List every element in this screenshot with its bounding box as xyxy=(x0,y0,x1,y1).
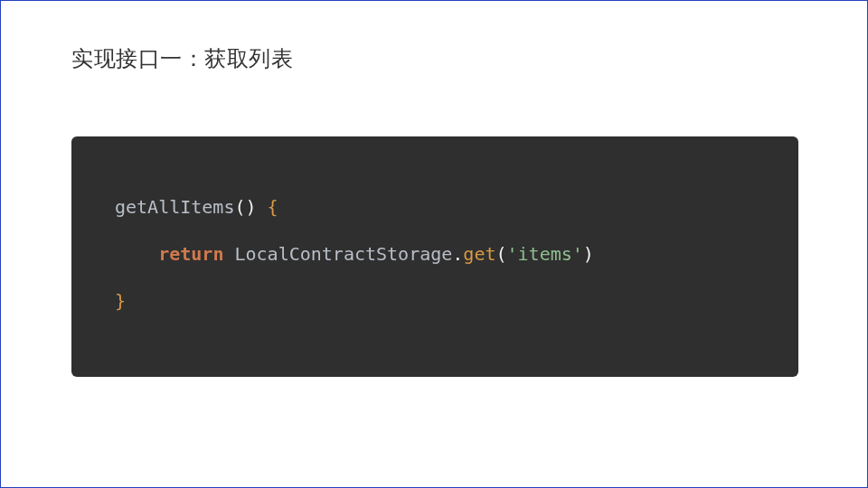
code-space xyxy=(257,196,268,218)
code-identifier: LocalContractStorage xyxy=(234,243,452,265)
code-string-literal: 'items' xyxy=(507,243,583,265)
code-dot: . xyxy=(452,243,463,265)
code-paren-close: ) xyxy=(583,243,594,265)
slide-title: 实现接口一：获取列表 xyxy=(71,44,293,73)
code-keyword-return: return xyxy=(158,243,223,265)
code-block: getAllItems() { return LocalContractStor… xyxy=(71,136,798,377)
code-paren-open: ( xyxy=(495,243,506,265)
code-method-name: getAllItems xyxy=(115,196,234,218)
code-brace-close: } xyxy=(115,290,126,312)
code-parens: () xyxy=(234,196,256,218)
code-brace-open: { xyxy=(268,196,278,218)
code-indent xyxy=(115,243,158,265)
code-space xyxy=(223,243,234,265)
code-method-call: get xyxy=(463,243,495,265)
